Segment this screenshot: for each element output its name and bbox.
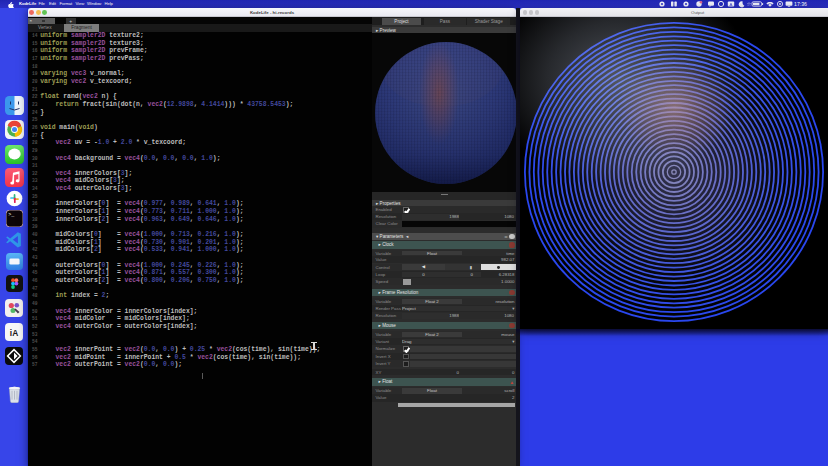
svg-text:A: A: [730, 2, 733, 7]
svg-text:iA: iA: [10, 328, 18, 338]
svg-text:>_: >_: [8, 212, 15, 218]
